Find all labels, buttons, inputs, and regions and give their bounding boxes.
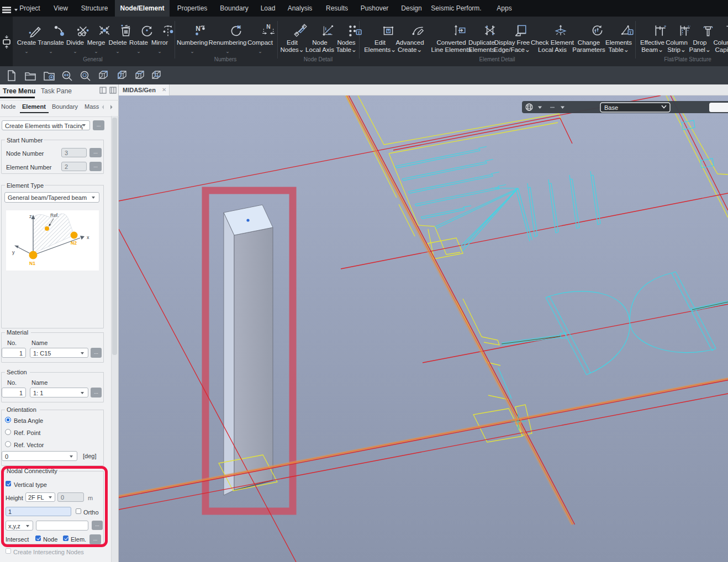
svg-text:y: y — [12, 250, 15, 255]
svg-text:N: N — [196, 25, 201, 33]
svg-text:N2: N2 — [71, 240, 77, 246]
svg-text:N: N — [266, 24, 270, 30]
svg-text:T: T — [357, 30, 360, 35]
svg-text:N1: N1 — [29, 261, 35, 266]
svg-text:z: z — [29, 214, 32, 219]
svg-text:Ref.: Ref. — [50, 213, 59, 218]
svg-text:Base: Base — [604, 104, 618, 111]
svg-text:N: N — [237, 24, 241, 30]
svg-text:x: x — [87, 235, 89, 240]
svg-text:T: T — [629, 30, 632, 35]
